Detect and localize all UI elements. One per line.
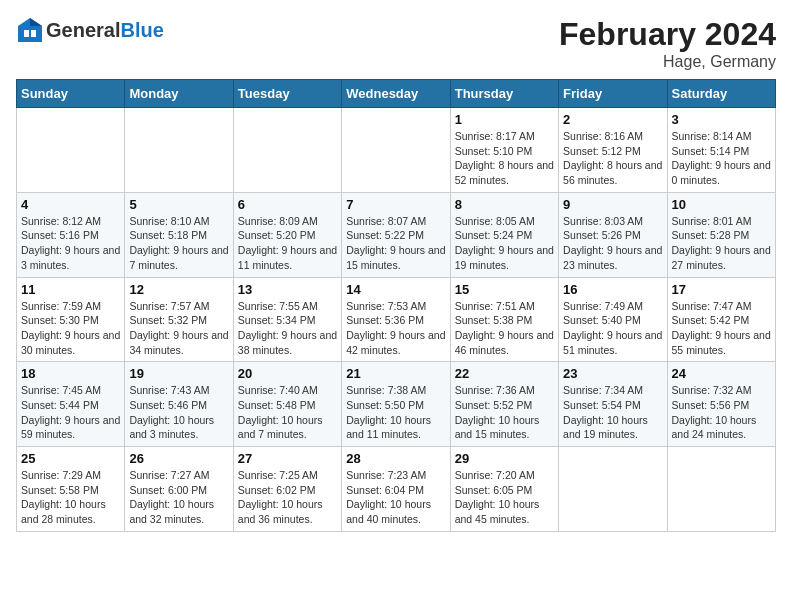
- day-info: Sunrise: 7:25 AMSunset: 6:02 PMDaylight:…: [238, 468, 337, 527]
- header-cell-wednesday: Wednesday: [342, 80, 450, 108]
- calendar-cell: 15Sunrise: 7:51 AMSunset: 5:38 PMDayligh…: [450, 277, 558, 362]
- day-info: Sunrise: 7:36 AMSunset: 5:52 PMDaylight:…: [455, 383, 554, 442]
- day-number: 6: [238, 197, 337, 212]
- header-cell-saturday: Saturday: [667, 80, 775, 108]
- day-info: Sunrise: 7:47 AMSunset: 5:42 PMDaylight:…: [672, 299, 771, 358]
- calendar-title: February 2024: [559, 16, 776, 53]
- calendar-cell: [342, 108, 450, 193]
- logo-text: GeneralBlue: [46, 19, 164, 42]
- calendar-cell: 29Sunrise: 7:20 AMSunset: 6:05 PMDayligh…: [450, 447, 558, 532]
- day-info: Sunrise: 8:01 AMSunset: 5:28 PMDaylight:…: [672, 214, 771, 273]
- day-info: Sunrise: 7:51 AMSunset: 5:38 PMDaylight:…: [455, 299, 554, 358]
- calendar-cell: 22Sunrise: 7:36 AMSunset: 5:52 PMDayligh…: [450, 362, 558, 447]
- day-info: Sunrise: 7:20 AMSunset: 6:05 PMDaylight:…: [455, 468, 554, 527]
- day-number: 15: [455, 282, 554, 297]
- calendar-body: 1Sunrise: 8:17 AMSunset: 5:10 PMDaylight…: [17, 108, 776, 532]
- day-info: Sunrise: 8:09 AMSunset: 5:20 PMDaylight:…: [238, 214, 337, 273]
- logo: GeneralBlue: [16, 16, 164, 44]
- calendar-cell: [667, 447, 775, 532]
- calendar-cell: 2Sunrise: 8:16 AMSunset: 5:12 PMDaylight…: [559, 108, 667, 193]
- calendar-cell: 27Sunrise: 7:25 AMSunset: 6:02 PMDayligh…: [233, 447, 341, 532]
- day-number: 1: [455, 112, 554, 127]
- day-info: Sunrise: 7:40 AMSunset: 5:48 PMDaylight:…: [238, 383, 337, 442]
- day-number: 28: [346, 451, 445, 466]
- calendar-header: SundayMondayTuesdayWednesdayThursdayFrid…: [17, 80, 776, 108]
- calendar-cell: 19Sunrise: 7:43 AMSunset: 5:46 PMDayligh…: [125, 362, 233, 447]
- header-row: SundayMondayTuesdayWednesdayThursdayFrid…: [17, 80, 776, 108]
- calendar-cell: 12Sunrise: 7:57 AMSunset: 5:32 PMDayligh…: [125, 277, 233, 362]
- calendar-cell: 6Sunrise: 8:09 AMSunset: 5:20 PMDaylight…: [233, 192, 341, 277]
- header-cell-sunday: Sunday: [17, 80, 125, 108]
- logo-general: General: [46, 19, 120, 41]
- day-number: 23: [563, 366, 662, 381]
- day-number: 20: [238, 366, 337, 381]
- calendar-cell: 10Sunrise: 8:01 AMSunset: 5:28 PMDayligh…: [667, 192, 775, 277]
- calendar-cell: 18Sunrise: 7:45 AMSunset: 5:44 PMDayligh…: [17, 362, 125, 447]
- day-info: Sunrise: 8:14 AMSunset: 5:14 PMDaylight:…: [672, 129, 771, 188]
- calendar-cell: 20Sunrise: 7:40 AMSunset: 5:48 PMDayligh…: [233, 362, 341, 447]
- calendar-cell: 8Sunrise: 8:05 AMSunset: 5:24 PMDaylight…: [450, 192, 558, 277]
- calendar-cell: 13Sunrise: 7:55 AMSunset: 5:34 PMDayligh…: [233, 277, 341, 362]
- day-info: Sunrise: 7:43 AMSunset: 5:46 PMDaylight:…: [129, 383, 228, 442]
- calendar-cell: 26Sunrise: 7:27 AMSunset: 6:00 PMDayligh…: [125, 447, 233, 532]
- day-info: Sunrise: 7:53 AMSunset: 5:36 PMDaylight:…: [346, 299, 445, 358]
- day-info: Sunrise: 7:49 AMSunset: 5:40 PMDaylight:…: [563, 299, 662, 358]
- header-cell-friday: Friday: [559, 80, 667, 108]
- day-number: 9: [563, 197, 662, 212]
- calendar-cell: 14Sunrise: 7:53 AMSunset: 5:36 PMDayligh…: [342, 277, 450, 362]
- calendar-week-1: 4Sunrise: 8:12 AMSunset: 5:16 PMDaylight…: [17, 192, 776, 277]
- day-info: Sunrise: 7:59 AMSunset: 5:30 PMDaylight:…: [21, 299, 120, 358]
- day-number: 7: [346, 197, 445, 212]
- day-info: Sunrise: 7:27 AMSunset: 6:00 PMDaylight:…: [129, 468, 228, 527]
- calendar-cell: 3Sunrise: 8:14 AMSunset: 5:14 PMDaylight…: [667, 108, 775, 193]
- calendar-cell: 16Sunrise: 7:49 AMSunset: 5:40 PMDayligh…: [559, 277, 667, 362]
- page-header: GeneralBlue February 2024 Hage, Germany: [16, 16, 776, 71]
- day-number: 13: [238, 282, 337, 297]
- logo-icon: [16, 16, 44, 44]
- day-number: 27: [238, 451, 337, 466]
- calendar-cell: [233, 108, 341, 193]
- calendar-cell: 7Sunrise: 8:07 AMSunset: 5:22 PMDaylight…: [342, 192, 450, 277]
- calendar-cell: 24Sunrise: 7:32 AMSunset: 5:56 PMDayligh…: [667, 362, 775, 447]
- day-number: 26: [129, 451, 228, 466]
- day-number: 25: [21, 451, 120, 466]
- day-number: 4: [21, 197, 120, 212]
- day-info: Sunrise: 7:32 AMSunset: 5:56 PMDaylight:…: [672, 383, 771, 442]
- day-number: 3: [672, 112, 771, 127]
- day-info: Sunrise: 8:12 AMSunset: 5:16 PMDaylight:…: [21, 214, 120, 273]
- day-number: 2: [563, 112, 662, 127]
- day-info: Sunrise: 7:23 AMSunset: 6:04 PMDaylight:…: [346, 468, 445, 527]
- day-info: Sunrise: 8:07 AMSunset: 5:22 PMDaylight:…: [346, 214, 445, 273]
- day-number: 24: [672, 366, 771, 381]
- calendar-cell: 23Sunrise: 7:34 AMSunset: 5:54 PMDayligh…: [559, 362, 667, 447]
- day-info: Sunrise: 7:57 AMSunset: 5:32 PMDaylight:…: [129, 299, 228, 358]
- day-info: Sunrise: 8:05 AMSunset: 5:24 PMDaylight:…: [455, 214, 554, 273]
- day-number: 11: [21, 282, 120, 297]
- calendar-subtitle: Hage, Germany: [559, 53, 776, 71]
- day-info: Sunrise: 8:17 AMSunset: 5:10 PMDaylight:…: [455, 129, 554, 188]
- calendar-cell: 11Sunrise: 7:59 AMSunset: 5:30 PMDayligh…: [17, 277, 125, 362]
- logo-blue: Blue: [120, 19, 163, 41]
- calendar-cell: 9Sunrise: 8:03 AMSunset: 5:26 PMDaylight…: [559, 192, 667, 277]
- day-info: Sunrise: 8:03 AMSunset: 5:26 PMDaylight:…: [563, 214, 662, 273]
- day-info: Sunrise: 8:16 AMSunset: 5:12 PMDaylight:…: [563, 129, 662, 188]
- day-number: 29: [455, 451, 554, 466]
- calendar-week-4: 25Sunrise: 7:29 AMSunset: 5:58 PMDayligh…: [17, 447, 776, 532]
- day-info: Sunrise: 7:45 AMSunset: 5:44 PMDaylight:…: [21, 383, 120, 442]
- day-number: 17: [672, 282, 771, 297]
- calendar-cell: [125, 108, 233, 193]
- calendar-cell: 1Sunrise: 8:17 AMSunset: 5:10 PMDaylight…: [450, 108, 558, 193]
- calendar-cell: 4Sunrise: 8:12 AMSunset: 5:16 PMDaylight…: [17, 192, 125, 277]
- day-info: Sunrise: 8:10 AMSunset: 5:18 PMDaylight:…: [129, 214, 228, 273]
- calendar-cell: [559, 447, 667, 532]
- calendar-cell: 28Sunrise: 7:23 AMSunset: 6:04 PMDayligh…: [342, 447, 450, 532]
- day-number: 5: [129, 197, 228, 212]
- day-number: 16: [563, 282, 662, 297]
- day-number: 10: [672, 197, 771, 212]
- calendar-cell: 5Sunrise: 8:10 AMSunset: 5:18 PMDaylight…: [125, 192, 233, 277]
- day-number: 19: [129, 366, 228, 381]
- calendar-cell: 25Sunrise: 7:29 AMSunset: 5:58 PMDayligh…: [17, 447, 125, 532]
- day-number: 8: [455, 197, 554, 212]
- day-number: 22: [455, 366, 554, 381]
- day-number: 18: [21, 366, 120, 381]
